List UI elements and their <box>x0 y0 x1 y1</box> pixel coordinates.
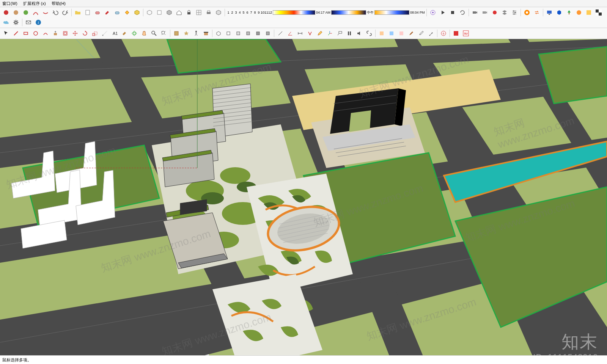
paint2-icon[interactable] <box>120 29 129 38</box>
print-icon[interactable] <box>204 8 213 17</box>
undo-icon[interactable] <box>51 8 60 17</box>
month-gradient[interactable] <box>273 10 315 15</box>
orbit-icon[interactable] <box>130 29 139 38</box>
svg-line-69 <box>338 33 339 35</box>
circle-red-icon[interactable] <box>2 8 11 17</box>
edge-icon[interactable] <box>276 29 285 38</box>
record-icon[interactable] <box>490 8 499 17</box>
gear-icon[interactable] <box>11 18 20 27</box>
hex-icon[interactable] <box>555 8 564 17</box>
style1-icon[interactable] <box>377 29 386 38</box>
style2-icon[interactable] <box>387 29 396 38</box>
swap-icon[interactable] <box>532 8 541 17</box>
monitor-icon[interactable] <box>545 8 554 17</box>
box-icon[interactable] <box>155 8 164 17</box>
sliders-icon[interactable] <box>510 8 519 17</box>
paint-icon[interactable] <box>103 8 112 17</box>
iso-icon[interactable] <box>214 29 223 38</box>
red-square-icon[interactable] <box>451 29 461 38</box>
play-icon[interactable] <box>438 8 447 17</box>
circle-green-icon[interactable] <box>21 8 30 17</box>
component-icon[interactable] <box>172 29 181 38</box>
cube2-icon[interactable] <box>214 8 223 17</box>
shadow-time-bar[interactable]: 123456789101112 04:17 AM 中午 08:04 PM <box>226 8 425 17</box>
front-icon[interactable] <box>234 29 243 38</box>
v-icon[interactable] <box>305 29 315 38</box>
circle-tool-icon[interactable] <box>31 29 40 38</box>
left-icon[interactable] <box>263 29 272 38</box>
eraser2-icon[interactable] <box>113 8 122 17</box>
rectangle-icon[interactable] <box>21 29 30 38</box>
cloud-up-icon[interactable] <box>2 18 11 27</box>
sheet-icon[interactable] <box>83 8 92 17</box>
loop-icon[interactable] <box>458 8 467 17</box>
home-icon[interactable] <box>175 8 184 17</box>
menu-window[interactable]: 窗口(W) <box>2 1 17 6</box>
axes-icon[interactable] <box>325 29 334 38</box>
badge-icon[interactable]: B <box>439 29 448 38</box>
cube-shaded-icon[interactable] <box>165 8 174 17</box>
walk-icon[interactable] <box>192 29 201 38</box>
cam2-icon[interactable] <box>480 8 489 17</box>
chain-icon[interactable] <box>365 29 374 38</box>
square-icon[interactable] <box>448 8 457 17</box>
menu-help[interactable]: 帮助(H) <box>52 1 66 6</box>
cam1-icon[interactable] <box>470 8 480 17</box>
select-icon[interactable] <box>2 29 11 38</box>
sound-icon[interactable] <box>355 29 364 38</box>
grid-icon[interactable] <box>194 8 203 17</box>
svg-point-118 <box>220 167 250 184</box>
arc-red-icon[interactable] <box>31 8 40 17</box>
circle-tan-icon[interactable] <box>11 8 20 17</box>
brush2-icon[interactable] <box>426 29 436 38</box>
pan-icon[interactable] <box>140 29 149 38</box>
arc-red2-icon[interactable] <box>41 8 50 17</box>
mail-icon[interactable] <box>24 18 33 27</box>
pencil-icon[interactable] <box>315 29 324 38</box>
eraser-icon[interactable] <box>93 8 102 17</box>
tree-icon[interactable] <box>565 8 574 17</box>
angle-icon[interactable] <box>286 29 295 38</box>
offset-icon[interactable] <box>61 29 70 38</box>
rotate-icon[interactable] <box>80 29 90 38</box>
brush-icon[interactable] <box>407 29 416 38</box>
cube-yellow-icon[interactable] <box>132 8 142 17</box>
explode-icon[interactable] <box>182 29 191 38</box>
layers-icon[interactable] <box>500 8 509 17</box>
wireframe-icon[interactable] <box>145 8 154 17</box>
tile-icon[interactable] <box>584 8 593 17</box>
folder-icon[interactable] <box>73 8 82 17</box>
move-icon[interactable] <box>71 29 80 38</box>
line-icon[interactable] <box>11 29 20 38</box>
style3-icon[interactable] <box>397 29 406 38</box>
right-icon[interactable] <box>244 29 253 38</box>
label-icon[interactable] <box>335 29 344 38</box>
back-icon[interactable] <box>253 29 263 38</box>
sphere-icon[interactable] <box>574 8 583 17</box>
zoom-icon[interactable] <box>149 29 159 38</box>
checker-icon[interactable] <box>594 8 603 17</box>
svg-text:i: i <box>38 20 39 25</box>
day-gradient-2[interactable] <box>374 10 409 15</box>
bucket-icon[interactable] <box>123 8 132 17</box>
section-icon[interactable] <box>201 29 211 38</box>
pushpull-icon[interactable] <box>51 29 60 38</box>
dim-icon[interactable] <box>296 29 305 38</box>
arc-tool-icon[interactable] <box>41 29 50 38</box>
text-icon[interactable]: A1 <box>110 29 119 38</box>
lock-icon[interactable] <box>184 8 193 17</box>
enscape-icon[interactable] <box>522 8 532 17</box>
redo-icon[interactable] <box>61 8 70 17</box>
model-viewport[interactable]: 知末网 www.znzmo.com 知末网 www.znzmo.com 知末网 … <box>0 39 607 364</box>
day-gradient[interactable] <box>331 10 366 15</box>
pause-icon[interactable] <box>345 29 354 38</box>
menu-extensions[interactable]: 扩展程序 (x) <box>23 1 46 6</box>
su-icon[interactable]: SU <box>461 29 470 38</box>
scale-icon[interactable] <box>90 29 99 38</box>
eye-icon[interactable] <box>428 8 437 17</box>
top-icon[interactable] <box>224 29 233 38</box>
tape-icon[interactable] <box>100 29 109 38</box>
zoom-extents-icon[interactable] <box>159 29 168 38</box>
info-icon[interactable]: i <box>34 18 43 27</box>
eyedrop-icon[interactable] <box>417 29 426 38</box>
